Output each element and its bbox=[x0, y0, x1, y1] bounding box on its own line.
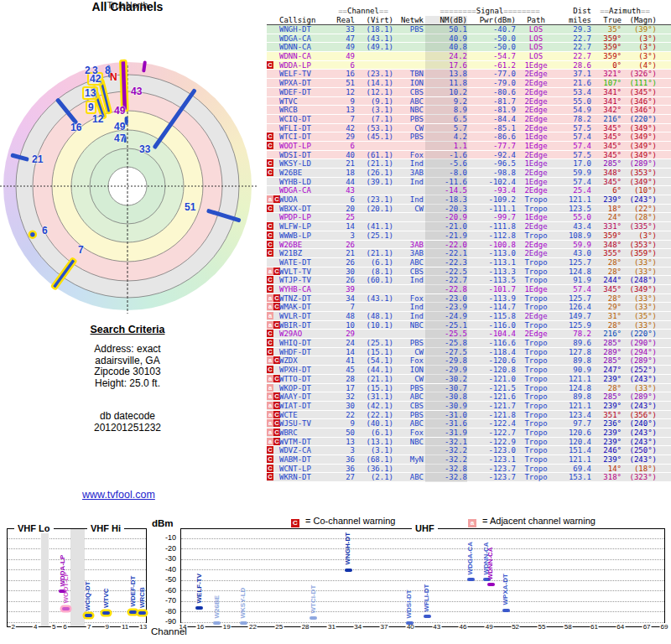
network-cell: ABC bbox=[395, 258, 424, 267]
callsign-cell: WMAK-DT bbox=[279, 303, 331, 312]
real-channel-cell: 17 bbox=[333, 384, 355, 393]
power-dbm-cell: -113.0 bbox=[469, 249, 516, 258]
path-cell: Tropo bbox=[518, 465, 554, 474]
real-channel-cell: 50 bbox=[333, 428, 355, 438]
callsign-cell: WCTE bbox=[279, 411, 331, 420]
station-label-woot-lp: WOOT-LP bbox=[62, 550, 70, 604]
distance-cell: 120.6 bbox=[556, 428, 591, 438]
virtual-channel-cell: (8.1) bbox=[356, 267, 393, 277]
channel-tick: 4 bbox=[33, 623, 38, 631]
azimuth-magnetic-cell: (3°) bbox=[623, 34, 657, 44]
callsign-cell: WTJP-TV bbox=[279, 276, 331, 285]
channel-tick: 52 bbox=[511, 623, 520, 631]
distance-cell: 89.6 bbox=[556, 339, 591, 348]
adjacent-channel-warning-badge: a bbox=[267, 384, 273, 392]
distance-cell: 153.1 bbox=[556, 473, 591, 482]
station-label-welf-tv: WELF-TV bbox=[195, 550, 203, 604]
azimuth-true-cell: 285° bbox=[593, 339, 622, 348]
path-cell: 2Edge bbox=[518, 124, 554, 133]
real-channel-cell: 9 bbox=[333, 97, 355, 106]
table-body: WNGH-DT33(18.1)PBS50.1-40.7LOS29.335°(39… bbox=[267, 25, 671, 482]
power-dbm-cell: -111.8 bbox=[469, 222, 516, 231]
datecode-value: 201201251232 bbox=[0, 423, 255, 434]
co-channel-warning-badge: C bbox=[267, 276, 273, 283]
legend-text: = Adjacent channel warning bbox=[480, 516, 596, 526]
co-channel-warning-badge: C bbox=[267, 231, 273, 239]
radar-label-12: 12 bbox=[92, 114, 103, 124]
azimuth-true-cell: 359° bbox=[593, 231, 622, 241]
table-row: CWYHB-CA39-22.8-101.71Edge57.4345°(349°) bbox=[267, 285, 671, 294]
power-dbm-cell: -123.0 bbox=[469, 446, 516, 455]
distance-cell: 53.4 bbox=[556, 88, 591, 97]
nm-db-cell: -20.3 bbox=[425, 205, 467, 214]
azimuth-true-cell: 236° bbox=[593, 419, 622, 428]
network-cell: ABC bbox=[395, 473, 424, 482]
network-cell: PBS bbox=[395, 384, 424, 393]
network-cell: ABC bbox=[395, 97, 424, 106]
station-marker-wdnn-ca bbox=[487, 583, 495, 586]
tvfool-link[interactable]: www.tvfool.com bbox=[82, 489, 155, 501]
virtual-channel-cell: (15.1) bbox=[356, 348, 393, 357]
callsign-cell: WBXX-DT bbox=[279, 205, 331, 214]
power-dbm-cell: -99.7 bbox=[469, 213, 516, 222]
distance-cell: 121.1 bbox=[556, 375, 591, 384]
power-dbm-cell: -104.4 bbox=[469, 330, 516, 339]
path-cell: 2Edge bbox=[518, 115, 554, 124]
dbm-tick-label: -30 bbox=[151, 554, 176, 563]
station-marker-wtvc bbox=[102, 611, 110, 615]
virtual-channel-cell: (25.1) bbox=[356, 339, 393, 348]
power-dbm-cell: -92.4 bbox=[469, 151, 516, 160]
nm-db-cell: -29.9 bbox=[425, 366, 467, 375]
adjacent-channel-warning-badge: a bbox=[267, 438, 273, 445]
virtual-channel-cell: (23.1) bbox=[356, 70, 393, 79]
path-cell: 1Edge bbox=[518, 142, 554, 151]
adjacent-channel-warning-badge: a bbox=[267, 303, 273, 310]
radar-label-47: 47 bbox=[114, 133, 125, 143]
virtual-channel-cell: (21.1) bbox=[356, 375, 393, 384]
virtual-channel-cell bbox=[356, 186, 393, 195]
power-dbm-cell: -111.1 bbox=[469, 205, 516, 214]
real-channel-cell: 30 bbox=[333, 402, 355, 411]
callsign-cell: WYHB-CA bbox=[279, 285, 331, 294]
real-channel-cell: 26 bbox=[333, 276, 355, 285]
path-cell: LOS bbox=[518, 25, 554, 34]
channel-tick: 13 bbox=[138, 623, 148, 631]
path-cell: Tropo bbox=[518, 276, 554, 285]
nm-db-cell: 6.5 bbox=[425, 115, 467, 124]
path-cell: LOS bbox=[518, 34, 554, 44]
table-row: CWTCI-DT29(45.1)PBS4.2-86.61Edge57.4345°… bbox=[267, 132, 671, 142]
distance-cell: 89.8 bbox=[556, 392, 591, 402]
distance-cell: 121.1 bbox=[556, 402, 591, 411]
azimuth-true-cell: 345° bbox=[593, 142, 622, 151]
real-channel-cell: 32 bbox=[333, 392, 355, 402]
table-row: WCIQ-DT7(7.1)PBS6.5-84.42Edge78.2216°(22… bbox=[267, 115, 671, 124]
table-row: WDGA-CA43-14.5-93.42Edge25.46°(10°) bbox=[267, 186, 671, 195]
azimuth-true-cell: 246° bbox=[593, 446, 622, 455]
network-cell: 3AB bbox=[395, 169, 424, 178]
virtual-channel-cell: (44.1) bbox=[356, 366, 393, 375]
channel-tick: 19 bbox=[222, 623, 231, 631]
station-label-wrcb: WRCB bbox=[138, 576, 146, 608]
real-channel-cell: 20 bbox=[333, 205, 355, 214]
network-cell bbox=[395, 446, 424, 455]
distance-cell: 124.8 bbox=[556, 267, 591, 277]
nm-db-cell: -30.2 bbox=[425, 375, 467, 384]
nm-db-cell: 40.9 bbox=[425, 34, 467, 44]
real-channel-cell: 7 bbox=[333, 303, 355, 312]
station-marker-wrcb bbox=[138, 611, 146, 615]
station-label-wdga-ca: WDGA-CA bbox=[466, 522, 474, 575]
virtual-channel-cell: (21.1) bbox=[356, 249, 393, 258]
callsign-cell: WELF-TV bbox=[279, 70, 331, 79]
power-dbm-cell: -84.4 bbox=[469, 115, 516, 124]
search-criteria-line: Height: 25.0 ft. bbox=[0, 378, 255, 390]
azimuth-true-cell: 348° bbox=[593, 241, 622, 250]
power-dbm-cell: -118.4 bbox=[469, 348, 516, 357]
real-channel-cell: 43 bbox=[333, 186, 355, 195]
station-label-wdnn-ca: WDNN-CA bbox=[486, 527, 494, 580]
azimuth-magnetic-cell: (349°) bbox=[623, 178, 657, 187]
table-row: WFLI-DT42(53.1)CW5.7-85.12Edge57.5345°(3… bbox=[267, 124, 671, 133]
radar-label-21: 21 bbox=[32, 154, 43, 164]
azimuth-magnetic-cell: (220°) bbox=[623, 115, 657, 124]
dbm-tick-label: -40 bbox=[151, 565, 176, 574]
azimuth-true-cell: 244° bbox=[593, 276, 622, 285]
